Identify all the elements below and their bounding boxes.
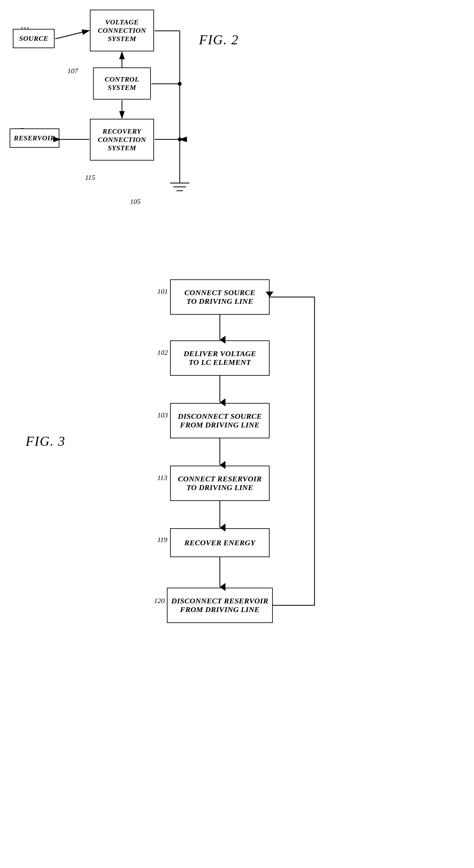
ref-113: 113 bbox=[157, 474, 167, 482]
step-103-box: DISCONNECT SOURCE FROM DRIVING LINE bbox=[170, 403, 270, 438]
step-120-box: DISCONNECT RESERVOIR FROM DRIVING LINE bbox=[167, 588, 273, 623]
ref-102: 102 bbox=[157, 348, 168, 357]
fig3-title: FIG. 3 bbox=[26, 434, 65, 449]
ref-119: 119 bbox=[157, 536, 167, 544]
fig2-connections bbox=[0, 0, 250, 250]
ref-103: 103 bbox=[157, 411, 168, 420]
svg-point-10 bbox=[178, 137, 182, 141]
step-101-box: CONNECT SOURCE TO DRIVING LINE bbox=[170, 279, 270, 315]
svg-point-6 bbox=[178, 82, 182, 86]
diagram-container: 109 111 107 117 115 105 FIG. 2 SOURCE VO… bbox=[0, 0, 474, 868]
svg-line-2 bbox=[55, 31, 89, 39]
step-102-box: DELIVER VOLTAGE TO LC ELEMENT bbox=[170, 340, 270, 376]
ref-120: 120 bbox=[154, 597, 165, 605]
step-113-box: CONNECT RESERVOIR TO DRIVING LINE bbox=[170, 466, 270, 501]
step-119-box: RECOVER ENERGY bbox=[170, 528, 270, 557]
ref-101: 101 bbox=[157, 287, 168, 296]
